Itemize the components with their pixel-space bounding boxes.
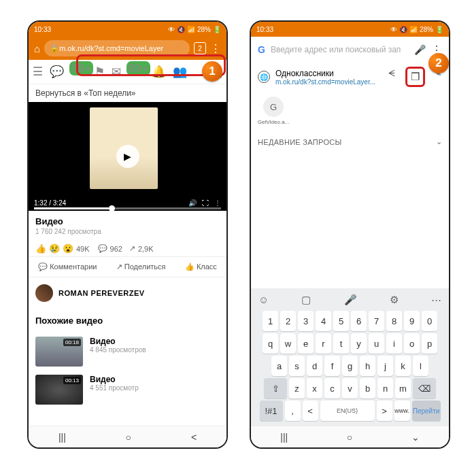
mic-icon[interactable]: 🎤 (414, 44, 426, 55)
key-q[interactable]: q (263, 333, 278, 354)
enter-key[interactable]: Перейти (412, 401, 441, 421)
key-h[interactable]: h (360, 356, 375, 376)
home-icon[interactable]: ⌂ (34, 43, 40, 54)
seek-bar[interactable] (34, 207, 221, 209)
key-v[interactable]: v (342, 378, 358, 398)
battery-pct: 28% (197, 26, 211, 33)
key-g[interactable]: g (342, 356, 358, 376)
key-1[interactable]: 1 (263, 311, 278, 331)
key-k[interactable]: k (395, 356, 411, 376)
key-p[interactable]: p (422, 333, 437, 354)
key-w[interactable]: w (280, 333, 296, 354)
klass-button[interactable]: 👍 Класс (185, 262, 217, 271)
www-key[interactable]: www. (394, 401, 410, 421)
tab-count[interactable]: 2 (194, 42, 206, 54)
comment-icon[interactable]: 💬 (98, 244, 107, 253)
kbd-mic-icon[interactable]: 🎤 (344, 294, 357, 306)
key-9[interactable]: 9 (404, 311, 420, 331)
key-a[interactable]: a (271, 356, 287, 376)
search-input[interactable]: Введите адрес или поисковый зап (271, 45, 409, 54)
hamburger-icon[interactable]: ☰ (33, 65, 43, 79)
status-bar: 10:33 👁 🔇 📶 28% 🔋 (29, 22, 226, 37)
key-t[interactable]: t (333, 333, 349, 354)
key-m[interactable]: m (395, 378, 411, 398)
menu-dots-icon[interactable]: ⋮ (210, 42, 221, 55)
author-name: ROMAN PEREVERZEV (58, 289, 145, 297)
key-d[interactable]: d (307, 356, 322, 376)
key-5[interactable]: 5 (333, 311, 349, 331)
related-item[interactable]: 00:18 Видео4 845 просмотров (29, 333, 226, 371)
key-j[interactable]: j (377, 356, 393, 376)
nav-home-icon[interactable]: ○ (347, 432, 352, 443)
key-e[interactable]: e (298, 333, 314, 354)
key-b[interactable]: b (360, 378, 375, 398)
related-item[interactable]: 00:13 Видео4 551 просмотр (29, 371, 226, 409)
key-8[interactable]: 8 (386, 311, 402, 331)
chevron-down-icon: ⌄ (436, 137, 442, 146)
author-row[interactable]: ROMAN PEREVERZEV (29, 277, 226, 309)
share-icon[interactable]: ↗ (129, 244, 135, 253)
gear-icon[interactable]: ⚙ (390, 294, 399, 306)
key-4[interactable]: 4 (316, 311, 331, 331)
back-to-top-link[interactable]: Вернуться в «Топ недели» (29, 84, 226, 102)
key-i[interactable]: i (386, 333, 402, 354)
fullscreen-icon[interactable]: ⛶ (202, 199, 209, 207)
battery-icon: 🔋 (213, 26, 221, 33)
key-y[interactable]: y (351, 333, 367, 354)
share-button[interactable]: ↗ Поделиться (116, 262, 166, 271)
nav-recent-icon[interactable]: ||| (58, 432, 66, 443)
key-r[interactable]: r (316, 333, 331, 354)
backspace-key[interactable]: ⌫ (413, 378, 436, 398)
like-emoji[interactable]: 👍 (35, 243, 46, 254)
shift-key[interactable]: ⇧ (264, 378, 287, 398)
kbd-toolbar: ☺ ▢ 🎤 ⚙ ⋯ (253, 291, 447, 309)
key-f[interactable]: f (324, 356, 340, 376)
key-2[interactable]: 2 (280, 311, 296, 331)
copy-icon[interactable]: ❐ (405, 67, 425, 87)
key-3[interactable]: 3 (298, 311, 314, 331)
key-u[interactable]: u (369, 333, 384, 354)
comments-button[interactable]: 💬 Комментарии (38, 262, 97, 271)
key-o[interactable]: o (404, 333, 420, 354)
key-c[interactable]: c (324, 378, 340, 398)
nav-back-icon[interactable]: ⌄ (411, 432, 420, 443)
callout-1: 1 (202, 61, 222, 82)
wow-emoji[interactable]: 😮 (63, 243, 73, 254)
nav-recent-icon[interactable]: ||| (280, 432, 288, 443)
nav-back-icon[interactable]: < (191, 432, 197, 443)
key-7[interactable]: 7 (369, 311, 384, 331)
shortcut-item[interactable]: G GetVideo.a... (258, 97, 289, 125)
kbd-more-icon[interactable]: ⋯ (431, 294, 441, 306)
status-time: 10:33 (34, 26, 51, 33)
key-z[interactable]: z (289, 378, 305, 398)
keyboard: ☺ ▢ 🎤 ⚙ ⋯ 1234567890 qwertyuiop asdfghjk… (251, 288, 449, 426)
sticker-icon[interactable]: ▢ (301, 294, 311, 306)
key-6[interactable]: 6 (351, 311, 367, 331)
lang-next-key[interactable]: > (377, 401, 392, 421)
key-l[interactable]: l (413, 356, 428, 376)
play-button[interactable]: ▶ (116, 145, 139, 168)
comma-key[interactable]: , (285, 401, 301, 421)
video-info: Видео 1 760 242 просмотра (29, 211, 226, 241)
key-n[interactable]: n (377, 378, 393, 398)
related-views: 4 551 просмотр (90, 384, 139, 392)
space-key[interactable]: EN(US) (320, 401, 375, 421)
shortcut-label: GetVideo.a... (258, 119, 290, 125)
shortcut-circle: G (263, 97, 284, 117)
reactions-row: 👍 😢 😮 49K 💬 962 ↗ 2,9K (29, 241, 226, 256)
video-player[interactable]: ▶ 1:32 / 3:24 🔊 ⛶ ⋮ (29, 102, 226, 211)
sad-emoji[interactable]: 😢 (49, 243, 60, 254)
nav-home-icon[interactable]: ○ (126, 432, 131, 443)
symbols-key[interactable]: !#1 (260, 401, 283, 421)
mute-icon: 🔇 (177, 26, 185, 33)
key-s[interactable]: s (289, 356, 305, 376)
emoji-icon[interactable]: ☺ (258, 294, 269, 306)
key-0[interactable]: 0 (422, 311, 437, 331)
key-x[interactable]: x (307, 378, 322, 398)
lang-prev-key[interactable]: < (303, 401, 318, 421)
video-menu-icon[interactable]: ⋮ (214, 199, 221, 207)
recent-heading[interactable]: НЕДАВНИЕ ЗАПРОСЫ ⌄ (251, 131, 449, 153)
volume-icon[interactable]: 🔊 (188, 199, 197, 207)
share-icon[interactable]: ⪪ (387, 67, 397, 87)
lock-icon: 🔒 (50, 44, 59, 53)
